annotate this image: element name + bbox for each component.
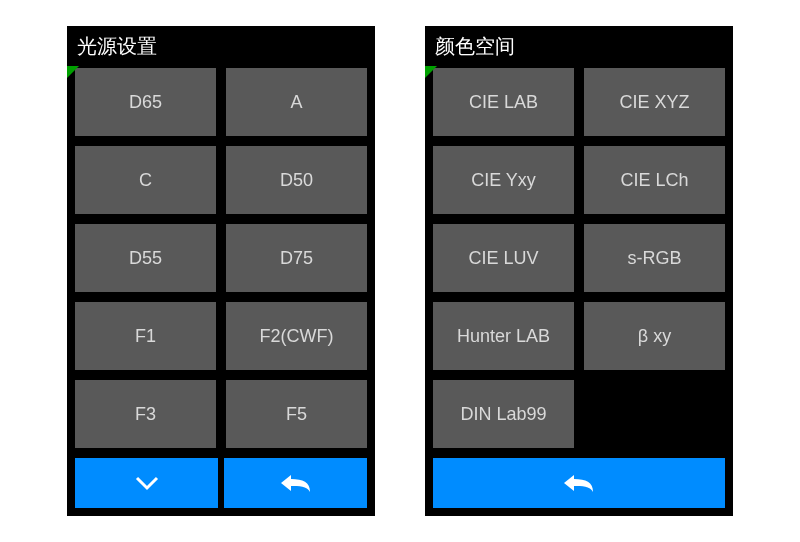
option-f5[interactable]: F5: [226, 380, 367, 448]
option-a[interactable]: A: [226, 68, 367, 136]
option-srgb[interactable]: s-RGB: [584, 224, 725, 292]
options-grid: D65 A C D50 D55 D75 F1 F2(CWF) F3 F5: [67, 66, 375, 458]
option-f3[interactable]: F3: [75, 380, 216, 448]
option-beta-xy[interactable]: β xy: [584, 302, 725, 370]
light-source-screen: 光源设置 D65 A C D50 D55 D75 F1 F2(CWF) F3 F…: [67, 26, 375, 516]
header: 颜色空间: [425, 26, 733, 66]
scroll-down-button[interactable]: [75, 458, 218, 508]
option-c[interactable]: C: [75, 146, 216, 214]
option-cie-xyz[interactable]: CIE XYZ: [584, 68, 725, 136]
option-d65[interactable]: D65: [75, 68, 216, 136]
option-cie-lch[interactable]: CIE LCh: [584, 146, 725, 214]
footer: [67, 458, 375, 516]
option-din-lab99[interactable]: DIN Lab99: [433, 380, 574, 448]
option-cie-lab[interactable]: CIE LAB: [433, 68, 574, 136]
back-arrow-icon: [562, 472, 596, 494]
options-grid: CIE LAB CIE XYZ CIE Yxy CIE LCh CIE LUV …: [425, 66, 733, 458]
page-title: 颜色空间: [435, 33, 515, 60]
chevron-down-icon: [131, 471, 163, 495]
footer: [425, 458, 733, 516]
option-d75[interactable]: D75: [226, 224, 367, 292]
back-button[interactable]: [433, 458, 725, 508]
option-f2cwf[interactable]: F2(CWF): [226, 302, 367, 370]
option-f1[interactable]: F1: [75, 302, 216, 370]
option-hunter-lab[interactable]: Hunter LAB: [433, 302, 574, 370]
page-title: 光源设置: [77, 33, 157, 60]
color-space-screen: 颜色空间 CIE LAB CIE XYZ CIE Yxy CIE LCh CIE…: [425, 26, 733, 516]
option-d55[interactable]: D55: [75, 224, 216, 292]
header: 光源设置: [67, 26, 375, 66]
option-cie-yxy[interactable]: CIE Yxy: [433, 146, 574, 214]
back-button[interactable]: [224, 458, 367, 508]
option-d50[interactable]: D50: [226, 146, 367, 214]
selection-corner-mark: [67, 66, 79, 78]
back-arrow-icon: [279, 472, 313, 494]
selection-corner-mark: [425, 66, 437, 78]
option-cie-luv[interactable]: CIE LUV: [433, 224, 574, 292]
